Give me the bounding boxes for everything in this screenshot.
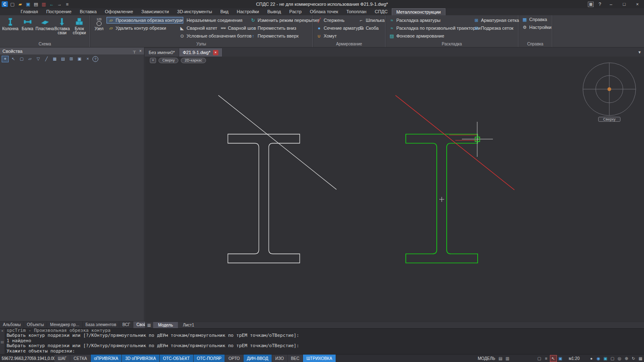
doc-tab-current[interactable]: Ф21.9-1.dwg* × (179, 48, 223, 57)
lineweight-display-icon[interactable]: ≡ (543, 355, 550, 362)
help-item[interactable]: ▦ Справка (520, 16, 549, 23)
new-file-icon[interactable]: ▢ (9, 1, 16, 7)
rebar-rod-item[interactable]: ╱ Стержень (315, 17, 346, 24)
tab-postroenie[interactable]: Построение (42, 8, 76, 15)
toggle-polar-tracking[interactable]: ОТС-ПОЛЯР (194, 355, 225, 362)
command-history[interactable]: spcTrim - Произвольная обрезка контура В… (5, 329, 644, 354)
tab-nastroyki[interactable]: Настройки (233, 8, 263, 15)
clean-screen-icon[interactable]: ▢ (536, 355, 543, 362)
column-button[interactable]: Колонна (2, 16, 19, 42)
draw-order-icon[interactable]: ╱ (43, 56, 50, 62)
help-button[interactable]: ? (595, 0, 604, 8)
ibeam-contour-white[interactable] (228, 134, 300, 263)
delete-trim-contour-item[interactable]: ▱ Удалить контур обрезки (107, 25, 168, 31)
bolt-symbols-item[interactable]: ⊙ Условные обозначения болтов (178, 33, 253, 39)
annotation-scale[interactable]: м1:20 (567, 356, 581, 361)
pile-insert-button[interactable]: Вставка сваи (54, 16, 71, 42)
grid-view-icon[interactable]: ▦ (51, 56, 58, 62)
plate-button[interactable]: Пластина (36, 16, 54, 42)
tab-model[interactable]: Модель (153, 322, 178, 329)
save-all-icon[interactable]: ▤ (33, 1, 39, 7)
selection-cursor-icon[interactable]: ↖ (550, 355, 557, 362)
tab-sheet1[interactable]: Лист1 (178, 322, 199, 329)
cutting-line-white[interactable] (218, 95, 336, 189)
tab-vid[interactable]: Вид (216, 8, 233, 15)
doc-tab-close-icon[interactable]: × (213, 50, 218, 55)
poly-select-icon[interactable]: ▱ (26, 56, 33, 62)
assembly-block-button[interactable]: Блок сборки (71, 16, 88, 42)
save-icon[interactable]: ▣ (25, 1, 31, 7)
filter-icon[interactable]: ▽ (35, 56, 42, 62)
compass-view-label[interactable]: Сверху (598, 117, 620, 122)
toggle-object-tracking[interactable]: ОТС-ОБЪЕКТ (160, 355, 193, 362)
doc-tabs-dropdown-icon[interactable]: ▾ (638, 50, 644, 57)
link-selection-icon[interactable]: ⊞ (68, 56, 75, 62)
close-button[interactable]: × (631, 0, 644, 8)
command-close-icon[interactable]: × (1, 329, 3, 333)
minimize-button[interactable]: – (604, 0, 618, 8)
toggle-hatch[interactable]: ШТРИХОВКА (303, 355, 335, 362)
tab-manager[interactable]: Менеджер пр... (47, 322, 83, 328)
command-keyboard-icon[interactable]: ▤ (1, 340, 4, 344)
toggle-ortho[interactable]: ОРТО (225, 355, 243, 362)
background-reinforcement-item[interactable]: ▨ Фоновое армирование (387, 33, 446, 39)
tab-topoplan[interactable]: Топоплан (342, 8, 371, 15)
rect-select-icon[interactable]: ▢ (18, 56, 25, 62)
highlight-icon[interactable]: ▣ (76, 56, 83, 62)
tab-albomy[interactable]: Альбомы (0, 322, 24, 328)
viewport-menu-button[interactable]: + (150, 58, 156, 63)
move-down-item[interactable]: ↓ Переместить вниз (249, 25, 298, 31)
tab-oformlenie[interactable]: Оформление (101, 8, 137, 15)
permanent-joints-item[interactable]: × Неразъемные соединения (178, 17, 244, 24)
tab-oblaka-tochek[interactable]: Облака точек (306, 8, 343, 15)
doc-tab-unnamed[interactable]: Без имени0* (145, 48, 179, 57)
view-direction-button[interactable]: Сверху (159, 58, 178, 63)
keyboard-icon[interactable]: ▦ (586, 0, 595, 8)
layout-space-icon[interactable]: ▥ (504, 355, 511, 362)
toggle-3d-osnap[interactable]: 3D оПРИВЯЗКА (122, 355, 159, 362)
customize-menu-icon[interactable]: ≡ (64, 1, 71, 7)
beam-button[interactable]: Балка (19, 16, 36, 42)
orbit-icon[interactable]: ◎ (616, 355, 623, 362)
clear-selection-icon[interactable]: × (84, 56, 91, 62)
tab-vstavka[interactable]: Вставка (76, 8, 101, 15)
weld-fillet-item[interactable]: ◣ Сварной катет (178, 25, 219, 31)
tab-vyvod[interactable]: Вывод (263, 8, 285, 15)
toggle-snap-step[interactable]: ШАГ (54, 355, 70, 362)
toggle-osnap[interactable]: оПРИВЯЗКА (91, 355, 122, 362)
toggle-lineweight[interactable]: ВЕС (288, 355, 303, 362)
panel-close-icon[interactable]: × (139, 49, 142, 53)
tab-3d-instrumenty[interactable]: 3D-инструменты (173, 8, 216, 15)
model-space-label[interactable]: МОДЕЛЬ (476, 356, 497, 361)
staple-item[interactable]: П Скоба (357, 25, 380, 31)
pin-icon[interactable]: ┬ (133, 49, 136, 53)
drawing-canvas[interactable]: + Сверху 2D-каркас Сверху (145, 57, 644, 322)
app-logo[interactable]: С (2, 1, 8, 7)
redo-icon[interactable]: → (56, 1, 63, 7)
list-view-icon[interactable]: ▤ (59, 56, 66, 62)
toggle-grid[interactable]: СЕТКА (70, 355, 90, 362)
layout-along-path-item[interactable]: ≈ Раскладка по произвольной траектории (387, 25, 482, 31)
grid-display-icon[interactable]: ▦ (637, 355, 644, 362)
toggle-iso[interactable]: ИЗО (272, 355, 287, 362)
refresh-icon[interactable]: ↻ (630, 355, 637, 362)
tab-zavisimosti[interactable]: Зависимости (137, 8, 173, 15)
arbitrary-contour-trim-item[interactable]: ▱ Произвольная обрезка контура (107, 17, 183, 24)
move-up-item[interactable]: ↑ Переместить вверх (249, 33, 301, 39)
stirrup-item[interactable]: ∪ Хомут (315, 33, 339, 39)
tab-vsg[interactable]: ВСГ (119, 322, 133, 328)
tab-spds[interactable]: СПДС (371, 8, 392, 15)
world-ucs-icon[interactable]: ⊕ (623, 355, 630, 362)
tab-baza-elementov[interactable]: База элементов (83, 322, 120, 328)
tab-glavnaya[interactable]: Главная (17, 8, 42, 15)
rebar-mesh-item[interactable]: ⊞ Арматурная сетка (472, 17, 521, 24)
properties-help-icon[interactable]: ? (92, 56, 98, 62)
tab-obekty[interactable]: Объекты (24, 322, 47, 328)
plot-icon[interactable]: ▥ (40, 1, 47, 7)
snap-add-icon[interactable]: + (2, 56, 9, 62)
viewport-lock-icon[interactable]: ▢ (609, 355, 616, 362)
tab-metallokonstrukcii[interactable]: Металлоконструкции (392, 8, 445, 15)
cutting-line-red[interactable] (395, 95, 514, 190)
open-file-icon[interactable]: ▰ (17, 1, 24, 7)
undo-icon[interactable]: ← (48, 1, 55, 7)
